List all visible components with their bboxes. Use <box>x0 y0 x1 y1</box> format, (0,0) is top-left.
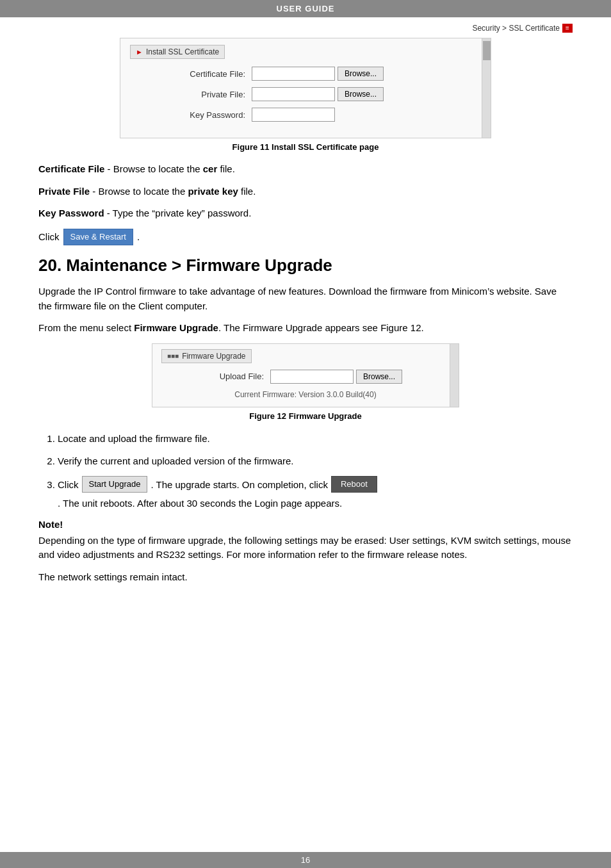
note-heading: Note! <box>38 519 573 530</box>
step-1-text: Locate and upload the firmware file. <box>58 433 210 444</box>
key-password-bold: Key Password <box>38 208 104 218</box>
page-number: 16 <box>301 855 310 865</box>
firmware-upgrade-bold: Firmware Upgrade <box>134 322 218 333</box>
certificate-file-row: Certificate File: Browse... <box>130 67 481 81</box>
private-bold: Private File <box>38 186 90 197</box>
upload-file-row: Upload File: Browse... <box>161 370 450 384</box>
upload-file-input[interactable] <box>270 370 354 384</box>
ssl-section-title-bar: ► Install SSL Certificate <box>130 45 225 59</box>
save-restart-button[interactable]: Save & Restart <box>63 229 133 246</box>
click-suffix: . <box>137 229 140 245</box>
private-file-input[interactable] <box>252 87 335 101</box>
step-3-mid: . The upgrade starts. On completion, cli… <box>151 477 328 492</box>
ssl-section-title: Install SSL Certificate <box>146 47 219 56</box>
page-header: USER GUIDE <box>0 0 611 17</box>
firmware-version-text: Current Firmware: Version 3.0.0 Build(40… <box>161 390 450 399</box>
step-3-line: Click Start Upgrade . The upgrade starts… <box>58 476 573 511</box>
cert-file-bold: Certificate File <box>38 163 104 174</box>
key-password-row: Key Password: <box>130 108 481 122</box>
certificate-file-label: Certificate File: <box>168 69 245 79</box>
note-text1: Depending on the type of firmware upgrad… <box>38 534 573 562</box>
save-restart-row: Click Save & Restart. <box>38 229 573 246</box>
key-password-text: - Type the “private key” password. <box>104 208 252 218</box>
firmware-figure-caption: Figure 12 Firmware Upgrade <box>38 411 573 421</box>
ssl-screenshot-box: ► Install SSL Certificate Certificate Fi… <box>120 38 491 138</box>
firmware-section-heading: 20. Maintenance > Firmware Upgrade <box>38 256 573 275</box>
private-file-label: Private File: <box>168 90 245 99</box>
firmware-intro2: From the menu select Firmware Upgrade. T… <box>38 321 573 336</box>
key-password-input[interactable] <box>252 108 335 122</box>
cert-file-keyword: cer <box>203 163 218 174</box>
key-password-desc: Key Password - Type the “private key” pa… <box>38 206 573 221</box>
certificate-browse-button[interactable]: Browse... <box>338 67 384 81</box>
step-3-post: . The unit reboots. After about 30 secon… <box>58 496 342 511</box>
firmware-scrollbar[interactable] <box>450 344 459 407</box>
click-prefix: Click <box>38 229 60 245</box>
private-file-desc: Private File - Browse to locate the priv… <box>38 184 573 199</box>
page-footer: 16 <box>0 852 611 868</box>
cert-file-desc: Certificate File - Browse to locate the … <box>38 162 573 177</box>
cert-file-end: file. <box>217 163 235 174</box>
certificate-file-input[interactable] <box>252 67 335 81</box>
firmware-intro1: Upgrade the IP Control firmware to take … <box>38 284 573 313</box>
note-text2: The network settings remain intact. <box>38 570 573 585</box>
key-password-label: Key Password: <box>168 110 245 120</box>
private-browse-button[interactable]: Browse... <box>338 87 384 101</box>
firmware-intro2-text: From the menu select <box>38 322 134 333</box>
reboot-button[interactable]: Reboot <box>331 476 377 493</box>
ssl-scrollbar-thumb <box>483 41 491 60</box>
firmware-title-bar: ■■■ Firmware Upgrade <box>161 349 252 363</box>
section-arrow-icon: ► <box>136 48 143 56</box>
ssl-scrollbar[interactable] <box>482 38 491 138</box>
firmware-browse-button[interactable]: Browse... <box>356 370 402 384</box>
firmware-steps-list: Locate and upload the firmware file. Ver… <box>58 431 573 511</box>
header-title: USER GUIDE <box>277 4 335 13</box>
breadcrumb-icon[interactable]: ≡ <box>562 24 573 33</box>
private-keyword: private key <box>188 186 238 197</box>
step-3-pre: Click <box>58 477 79 492</box>
cert-file-text: - Browse to locate the <box>104 163 202 174</box>
firmware-screenshot-box: ■■■ Firmware Upgrade Upload File: Browse… <box>152 343 459 407</box>
private-end: file. <box>238 186 256 197</box>
step-2-text: Verify the current and uploaded version … <box>58 455 294 466</box>
firmware-title-label: Firmware Upgrade <box>182 352 245 361</box>
private-file-row: Private File: Browse... <box>130 87 481 101</box>
upload-file-label: Upload File: <box>187 372 264 381</box>
firmware-intro2-end: . The Firmware Upgrade appears see Figur… <box>218 322 424 333</box>
private-text: - Browse to locate the <box>90 186 188 197</box>
step-2: Verify the current and uploaded version … <box>58 454 573 468</box>
ssl-figure-caption: Figure 11 Install SSL Certificate page <box>38 142 573 152</box>
firmware-icon: ■■■ <box>167 352 179 359</box>
step-3: Click Start Upgrade . The upgrade starts… <box>58 476 573 511</box>
breadcrumb-text: Security > SSL Certificate <box>472 24 560 33</box>
step-1: Locate and upload the firmware file. <box>58 431 573 446</box>
start-upgrade-button[interactable]: Start Upgrade <box>82 476 148 493</box>
